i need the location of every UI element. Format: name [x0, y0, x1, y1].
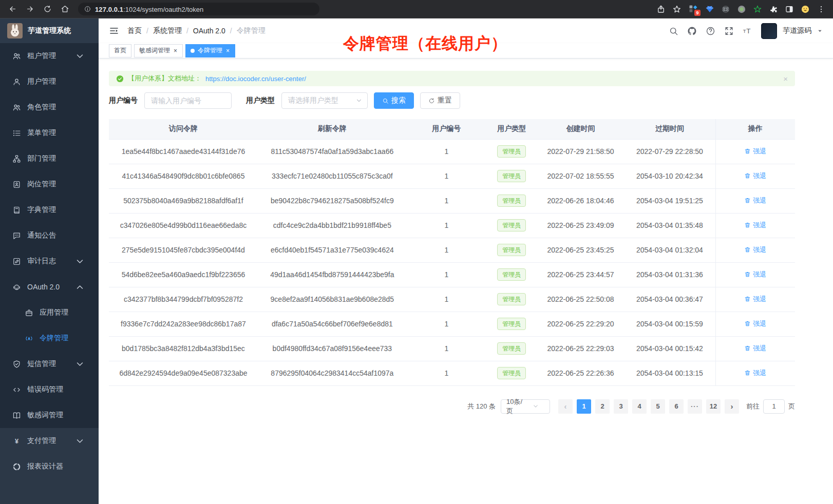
- goto-page-input[interactable]: [763, 399, 785, 414]
- browser-forward-button[interactable]: [23, 2, 37, 16]
- breadcrumb-item[interactable]: 系统管理: [153, 26, 182, 35]
- search-icon[interactable]: [669, 26, 678, 36]
- pager-page-3[interactable]: 3: [614, 399, 628, 414]
- alert-close-icon[interactable]: ×: [783, 74, 788, 83]
- force-logout-button[interactable]: 强退: [744, 295, 766, 304]
- pager-page-12[interactable]: 12: [706, 399, 721, 414]
- bookmark-star-icon[interactable]: [672, 5, 681, 14]
- force-logout-button[interactable]: 强退: [744, 196, 766, 205]
- user-type-select[interactable]: 请选择用户类型: [281, 92, 368, 109]
- browser-home-button[interactable]: [58, 2, 72, 16]
- sidebar-item-字典管理[interactable]: 字典管理: [0, 197, 99, 223]
- expire-time-cell: 2054-03-04 00:15:42: [624, 336, 715, 361]
- sidebar-item-OAuth 2.0[interactable]: OAuth 2.0: [0, 274, 99, 300]
- logo-rabbit-icon: [7, 23, 23, 38]
- table-row: f9336e7c7dd242a283ee98dc86b17a87dfa6c71a…: [109, 312, 795, 336]
- caret-down-icon[interactable]: [817, 28, 823, 34]
- sidebar-item-角色管理[interactable]: 角色管理: [0, 94, 99, 120]
- sidebar-item-报表设计器[interactable]: 报表设计器: [0, 454, 99, 479]
- breadcrumb-item[interactable]: OAuth 2.0: [193, 27, 225, 35]
- tab-close-icon[interactable]: ×: [173, 48, 178, 54]
- force-logout-button[interactable]: 强退: [744, 369, 766, 378]
- search-button[interactable]: 搜索: [374, 92, 414, 109]
- browser-reload-button[interactable]: [40, 2, 54, 16]
- pager-next-button[interactable]: ›: [725, 399, 739, 414]
- sidebar-item-用户管理[interactable]: 用户管理: [0, 69, 99, 94]
- share-icon[interactable]: [656, 5, 666, 14]
- sidebar-item-令牌管理[interactable]: 令牌管理: [0, 325, 99, 351]
- page-size-select[interactable]: 10条/页: [501, 399, 550, 414]
- sidebar-item-敏感词管理[interactable]: 敏感词管理: [0, 402, 99, 428]
- pager-page-2[interactable]: 2: [595, 399, 610, 414]
- sidebar-item-支付管理[interactable]: ¥支付管理: [0, 428, 99, 454]
- user-id-input[interactable]: [144, 92, 232, 109]
- extension-grid-icon[interactable]: 9: [688, 4, 698, 14]
- tab-close-icon[interactable]: ×: [225, 48, 230, 54]
- refresh-icon: [428, 98, 435, 104]
- table-row: 275e5de9151045fe87cbdc395e004f4de6cfd40e…: [109, 238, 795, 262]
- pager-page-6[interactable]: 6: [669, 399, 684, 414]
- force-logout-button[interactable]: 强退: [744, 319, 766, 328]
- force-logout-button[interactable]: 强退: [744, 147, 766, 156]
- sidebar-item-通知公告[interactable]: 通知公告: [0, 223, 99, 248]
- doc-link[interactable]: https://doc.iocoder.cn/user-center/: [205, 75, 306, 83]
- svg-text:¥: ¥: [15, 437, 19, 444]
- app-logo[interactable]: 芋道管理系统: [0, 18, 99, 43]
- sidebar-item-应用管理[interactable]: 应用管理: [0, 300, 99, 325]
- user-type-cell: 管理员: [486, 164, 537, 188]
- force-logout-button[interactable]: 强退: [744, 171, 766, 181]
- refresh-token-cell: 811c530487574fa0af1a59d3abc1aa66: [258, 139, 407, 164]
- command-extension-icon[interactable]: [721, 5, 730, 14]
- force-logout-button[interactable]: 强退: [744, 270, 766, 279]
- user-type-badge: 管理员: [497, 318, 526, 330]
- reset-button[interactable]: 重置: [420, 92, 460, 109]
- errcode-icon: [12, 385, 21, 394]
- pager-prev-button[interactable]: ‹: [558, 399, 573, 414]
- star-extension-icon[interactable]: [753, 5, 762, 14]
- tab-敏感词管理[interactable]: 敏感词管理×: [134, 44, 183, 57]
- column-header: 用户编号: [407, 119, 486, 139]
- sidebar-item-label: OAuth 2.0: [27, 283, 60, 291]
- chevron-down-icon: [356, 98, 362, 104]
- font-size-icon[interactable]: TT: [743, 26, 752, 36]
- sidebar-item-部门管理[interactable]: 部门管理: [0, 146, 99, 171]
- user-avatar[interactable]: [761, 23, 777, 39]
- hamburger-icon[interactable]: [109, 26, 119, 36]
- sidebar-item-错误码管理[interactable]: 错误码管理: [0, 377, 99, 402]
- help-icon[interactable]: [706, 26, 715, 36]
- tab-令牌管理[interactable]: 令牌管理×: [185, 44, 235, 57]
- total-count: 共 120 条: [467, 402, 496, 411]
- force-logout-button[interactable]: 强退: [744, 344, 766, 353]
- fullscreen-icon[interactable]: [724, 26, 734, 36]
- user-type-badge: 管理员: [497, 293, 526, 305]
- sidebar-item-岗位管理[interactable]: 岗位管理: [0, 171, 99, 197]
- pager-page-1[interactable]: 1: [577, 399, 591, 414]
- pager-page-5[interactable]: 5: [651, 399, 665, 414]
- pager-page-4[interactable]: 4: [632, 399, 647, 414]
- expire-time-cell: 2054-03-04 19:51:25: [624, 188, 715, 213]
- split-view-icon[interactable]: [785, 5, 794, 14]
- tab-首页[interactable]: 首页: [109, 44, 131, 57]
- force-logout-button[interactable]: 强退: [744, 245, 766, 255]
- gem-extension-icon[interactable]: [705, 5, 714, 14]
- forward-arrow-icon: [26, 5, 34, 13]
- address-bar[interactable]: 127.0.0.1:1024/system/oauth2/token: [78, 3, 319, 15]
- reload-icon: [43, 5, 52, 13]
- sidebar-item-菜单管理[interactable]: 菜单管理: [0, 120, 99, 146]
- breadcrumb-item[interactable]: 首页: [127, 26, 142, 35]
- user-type-badge: 管理员: [497, 367, 526, 379]
- dot-extension-icon[interactable]: [737, 5, 746, 14]
- profile-emoji-icon[interactable]: [801, 5, 810, 14]
- extensions-puzzle-icon[interactable]: [769, 5, 778, 14]
- sidebar-item-短信管理[interactable]: 短信管理: [0, 351, 99, 377]
- sidebar-item-租户管理[interactable]: 租户管理: [0, 43, 99, 69]
- created-time-cell: 2022-06-25 22:26:36: [537, 361, 624, 385]
- sidebar-item-审计日志[interactable]: 审计日志: [0, 248, 99, 274]
- browser-menu-icon[interactable]: [817, 5, 826, 14]
- sidebar-item-label: 报表设计器: [27, 462, 63, 471]
- browser-back-button[interactable]: [5, 2, 20, 16]
- expire-time-cell: 2054-03-04 00:15:59: [624, 312, 715, 336]
- github-icon[interactable]: [687, 26, 697, 36]
- pager-more-icon[interactable]: ···: [688, 399, 702, 414]
- force-logout-button[interactable]: 强退: [744, 221, 766, 230]
